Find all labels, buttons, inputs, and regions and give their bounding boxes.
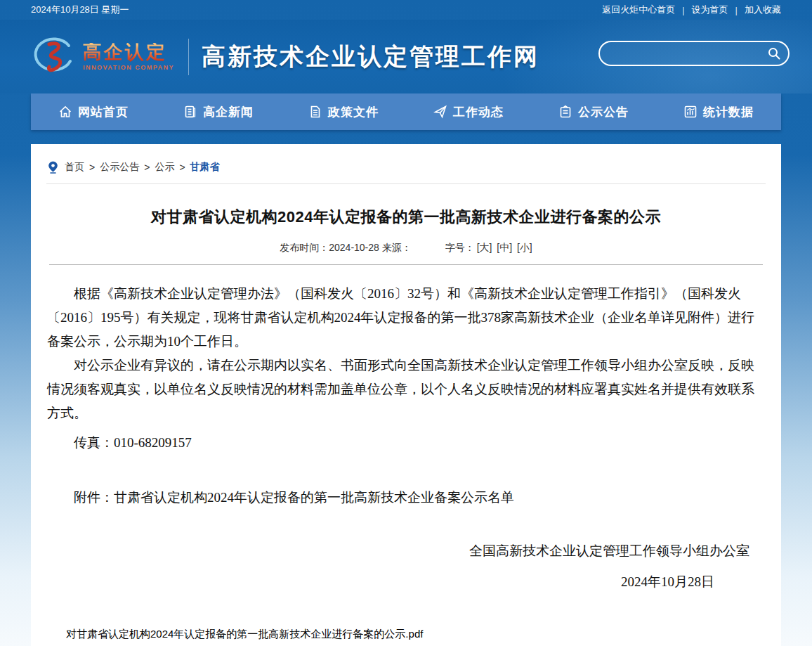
policy-doc-icon bbox=[308, 105, 322, 119]
source-label: 来源： bbox=[382, 242, 412, 253]
article-meta: 发布时间：2024-10-28 来源： 字号：[大] [中] [小] bbox=[46, 242, 766, 254]
fax-number-line: 传真：010-68209157 bbox=[47, 431, 765, 455]
search-box bbox=[598, 41, 790, 66]
breadcrumb-item-home[interactable]: 首页 bbox=[65, 161, 84, 174]
nav-label: 网站首页 bbox=[78, 104, 129, 120]
breadcrumb-separator: > bbox=[144, 162, 150, 173]
logo-text-block: 高企认定 INNOVATION COMPANY bbox=[83, 43, 174, 71]
nav-label: 政策文件 bbox=[328, 104, 379, 120]
logo-title: 高企认定 bbox=[83, 43, 174, 62]
nav-label: 高企新闻 bbox=[203, 104, 254, 120]
content-card: 首页 > 公示公告 > 公示 > 甘肃省 对甘肃省认定机构2024年认定报备的第… bbox=[31, 144, 781, 646]
site-header: 高企认定 INNOVATION COMPANY 高新技术企业认定管理工作网 bbox=[0, 20, 812, 93]
main-nav: 网站首页 高企新闻 政策文件 工作动态 公示公告 bbox=[31, 93, 781, 130]
nav-item-home[interactable]: 网站首页 bbox=[58, 104, 129, 120]
nav-label: 统计数据 bbox=[703, 104, 754, 120]
meta-divider bbox=[49, 264, 763, 265]
location-pin-icon bbox=[48, 161, 58, 174]
bar-chart-icon bbox=[683, 105, 698, 119]
nav-item-news[interactable]: 高企新闻 bbox=[183, 104, 254, 120]
news-icon bbox=[183, 105, 197, 119]
font-size-label: 字号： bbox=[445, 242, 475, 253]
breadcrumb-item-announcements[interactable]: 公示公告 bbox=[100, 161, 139, 174]
publish-date: 2024-10-28 bbox=[329, 242, 379, 253]
font-size-large-button[interactable]: [大] bbox=[477, 242, 492, 253]
clipboard-icon bbox=[558, 105, 572, 119]
nav-item-work[interactable]: 工作动态 bbox=[433, 104, 504, 120]
publish-time-label: 发布时间： bbox=[280, 242, 329, 253]
breadcrumb-item-gansu[interactable]: 甘肃省 bbox=[190, 161, 220, 174]
article-paragraph: 对公示企业有异议的，请在公示期内以实名、书面形式向全国高新技术企业认定管理工作领… bbox=[47, 354, 765, 425]
logo-subtitle: INNOVATION COMPANY bbox=[83, 65, 174, 71]
attachment-pdf-link[interactable]: 对甘肃省认定机构2024年认定报备的第一批高新技术企业进行备案的公示.pdf bbox=[46, 628, 423, 641]
link-add-favorite[interactable]: 加入收藏 bbox=[745, 4, 781, 16]
breadcrumb-divider bbox=[46, 183, 766, 184]
search-input[interactable] bbox=[600, 42, 767, 65]
font-size-medium-button[interactable]: [中] bbox=[497, 242, 512, 253]
breadcrumb-separator: > bbox=[179, 162, 185, 173]
nav-item-policy[interactable]: 政策文件 bbox=[308, 104, 379, 120]
current-date: 2024年10月28日 星期一 bbox=[31, 4, 129, 16]
nav-item-statistics[interactable]: 统计数据 bbox=[683, 104, 754, 120]
nav-label: 工作动态 bbox=[453, 104, 504, 120]
signature-date: 2024年10月28日 bbox=[47, 570, 765, 594]
breadcrumb-item-publicity[interactable]: 公示 bbox=[155, 161, 174, 174]
font-size-small-button[interactable]: [小] bbox=[517, 242, 532, 253]
link-torch-home[interactable]: 返回火炬中心首页 bbox=[602, 4, 675, 16]
logo-swirl-icon bbox=[31, 36, 76, 78]
attachment-title-line: 附件：甘肃省认定机构2024年认定报备的第一批高新技术企业备案公示名单 bbox=[47, 486, 765, 510]
link-separator: | bbox=[735, 5, 738, 15]
link-separator: | bbox=[682, 5, 684, 15]
nav-item-announcements[interactable]: 公示公告 bbox=[558, 104, 629, 120]
header-divider bbox=[188, 39, 189, 75]
link-set-homepage[interactable]: 设为首页 bbox=[692, 4, 728, 16]
article-title: 对甘肃省认定机构2024年认定报备的第一批高新技术企业进行备案的公示 bbox=[46, 207, 766, 228]
paper-plane-icon bbox=[433, 105, 447, 119]
top-bar: 2024年10月28日 星期一 返回火炬中心首页 | 设为首页 | 加入收藏 bbox=[0, 0, 812, 20]
search-icon[interactable] bbox=[767, 46, 781, 60]
site-logo[interactable]: 高企认定 INNOVATION COMPANY bbox=[31, 36, 174, 78]
font-size-controls: [大] [中] [小] bbox=[475, 242, 532, 253]
breadcrumb-separator: > bbox=[89, 162, 95, 173]
signature-office: 全国高新技术企业认定管理工作领导小组办公室 bbox=[47, 539, 765, 563]
breadcrumb: 首页 > 公示公告 > 公示 > 甘肃省 bbox=[46, 144, 766, 183]
topbar-links: 返回火炬中心首页 | 设为首页 | 加入收藏 bbox=[602, 4, 781, 16]
article-body: 根据《高新技术企业认定管理办法》（国科发火〔2016〕32号）和《高新技术企业认… bbox=[46, 282, 766, 594]
nav-label: 公示公告 bbox=[578, 104, 629, 120]
home-icon bbox=[58, 105, 72, 119]
article-paragraph: 根据《高新技术企业认定管理办法》（国科发火〔2016〕32号）和《高新技术企业认… bbox=[47, 282, 765, 354]
site-title: 高新技术企业认定管理工作网 bbox=[202, 41, 539, 73]
